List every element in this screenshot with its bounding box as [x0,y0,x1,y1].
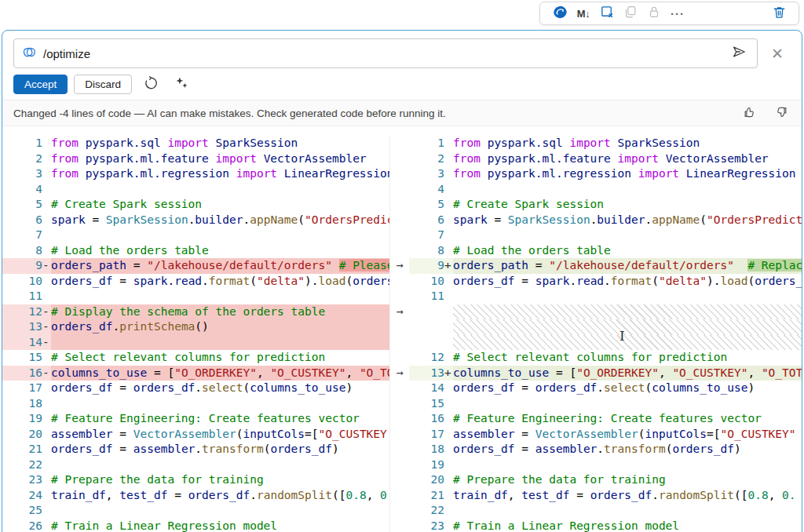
thumbs-up-icon [743,105,757,122]
close-icon: ✕ [771,45,784,63]
retry-button[interactable] [141,75,162,94]
code-line[interactable]: 22 [2,457,389,473]
code-line[interactable]: 14- [2,335,389,351]
duplicate-icon [623,5,638,22]
diff-change-arrow-icon: → [390,366,409,381]
cell-toolbar: M↓ ··· [539,2,799,25]
copilot-inline-panel: /optimize ✕ Accept Discard Changed -4 li… [2,30,802,532]
status-bar: Changed -4 lines of code — AI can make m… [2,100,802,126]
markdown-convert-icon: M↓ [577,8,590,20]
code-line[interactable]: 23# Train a Linear Regression model [409,519,802,532]
code-line[interactable]: 21train_df, test_df = orders_df.randomSp… [409,488,802,504]
prompt-input[interactable]: /optimize [13,38,758,68]
lock-cell-button[interactable] [642,3,666,24]
copilot-button[interactable] [548,3,572,24]
code-line[interactable]: 3from pyspark.ml.regression import Linea… [409,166,802,182]
send-icon [731,44,747,63]
code-line[interactable]: 25 [2,503,389,519]
code-line[interactable]: 10orders_df = spark.read.format("delta")… [2,274,389,290]
code-line[interactable]: 18orders_df = assembler.transform(orders… [409,442,802,457]
retry-icon [144,75,159,94]
clear-output-button[interactable] [595,3,619,24]
code-line[interactable]: 8# Load the orders table [409,243,802,259]
code-line[interactable]: 24train_df, test_df = orders_df.randomSp… [2,488,389,504]
sparkle-button[interactable] [171,75,192,94]
code-line[interactable]: 20# Prepare the data for training [409,472,802,488]
code-line[interactable]: 4 [2,182,389,198]
code-line[interactable]: 1from pyspark.sql import SparkSession [2,136,389,151]
code-line[interactable]: 17assembler = VectorAssembler(inputCols=… [409,427,802,443]
code-line[interactable]: 5# Create Spark session [2,197,389,213]
code-line[interactable]: 19 [409,457,802,473]
code-line[interactable]: 14orders_df = orders_df.select(columns_t… [409,381,802,396]
diff-modified-pane[interactable]: I 1from pyspark.sql import SparkSession2… [409,136,802,532]
feedback-icons [742,105,789,121]
status-message: Changed -4 lines of code — AI can make m… [13,107,446,119]
thumbs-down-icon [774,105,788,122]
code-line[interactable]: 10orders_df = spark.read.format("delta")… [409,274,802,290]
code-line[interactable]: 17orders_df = orders_df.select(columns_t… [2,381,389,396]
prompt-command-text[interactable]: /optimize [43,47,719,60]
code-line[interactable]: 23# Prepare the data for training [2,472,389,488]
delete-icon [772,5,787,23]
code-line[interactable]: 7 [409,228,802,243]
code-line[interactable]: 19# Feature Engineering: Create features… [2,411,389,427]
code-line[interactable]: 6spark = SparkSession.builder.appName("O… [409,213,802,228]
code-line[interactable]: 26# Train a Linear Regression model [2,519,389,532]
clear-output-icon [600,5,615,23]
send-button[interactable] [725,42,752,65]
code-line[interactable]: 16# Feature Engineering: Create features… [409,411,802,427]
discard-button[interactable]: Discard [74,75,132,94]
more-options-button[interactable]: ··· [666,3,689,24]
code-line[interactable]: 11 [2,289,389,304]
more-options-icon: ··· [671,7,685,20]
sparkle-icon [174,75,189,93]
code-line[interactable]: 20assembler = VectorAssembler(inputCols=… [2,427,389,443]
code-line[interactable] [409,335,802,351]
code-line[interactable]: 8# Load the orders table [2,243,389,259]
code-line[interactable]: 12# Select relevant columns for predicti… [409,350,802,366]
code-line[interactable]: 22 [409,503,802,519]
code-line[interactable]: 21orders_df = assembler.transform(orders… [2,442,389,457]
diff-change-arrow-icon: → [390,258,409,274]
close-button[interactable]: ✕ [762,40,792,67]
diff-editor: 1from pyspark.sql import SparkSession2fr… [2,126,802,532]
code-line[interactable]: 12-# Display the schema of the orders ta… [2,304,389,320]
code-line[interactable]: 18 [2,396,389,412]
copilot-outline-icon [22,45,37,63]
code-line[interactable]: 9+orders_path = "/lakehouse/default/orde… [409,258,802,274]
code-line[interactable]: 13-orders_df.printSchema() [2,319,389,335]
code-line[interactable]: 15 [409,396,802,412]
copilot-icon [553,5,568,23]
code-line[interactable]: 2from pyspark.ml.feature import VectorAs… [2,151,389,167]
duplicate-cell-button[interactable] [619,3,642,24]
prompt-row: /optimize ✕ [13,38,792,68]
actions-row: Accept Discard [13,75,791,94]
diff-original-pane[interactable]: 1from pyspark.sql import SparkSession2fr… [2,136,390,532]
diff-arrow-gutter: →→→ [390,136,409,532]
code-line[interactable] [409,304,802,320]
code-line[interactable]: 4 [409,182,802,198]
delete-cell-button[interactable] [767,3,791,24]
code-line[interactable]: 13+columns_to_use = ["O_ORDERKEY", "O_CU… [409,366,802,381]
text-cursor-icon: I [619,330,625,343]
lock-icon [647,5,661,22]
thumbs-down-button[interactable] [773,105,789,121]
code-line[interactable] [409,319,802,335]
code-line[interactable]: 11 [409,289,802,304]
code-line[interactable]: 5# Create Spark session [409,197,802,213]
diff-change-arrow-icon: → [390,304,409,320]
code-line[interactable]: 1from pyspark.sql import SparkSession [409,136,802,151]
convert-to-markdown-button[interactable]: M↓ [572,3,595,24]
code-line[interactable]: 15# Select relevant columns for predicti… [2,350,389,366]
code-line[interactable]: 2from pyspark.ml.feature import VectorAs… [409,151,802,167]
code-line[interactable]: 6spark = SparkSession.builder.appName("O… [2,213,389,228]
code-line[interactable]: 16-columns_to_use = ["O_ORDERKEY", "O_CU… [2,366,389,381]
code-line[interactable]: 3from pyspark.ml.regression import Linea… [2,166,389,182]
thumbs-up-button[interactable] [742,105,758,121]
code-line[interactable]: 9-orders_path = "/lakehouse/default/orde… [2,258,389,274]
accept-button[interactable]: Accept [13,75,68,94]
code-line[interactable]: 7 [2,228,389,243]
